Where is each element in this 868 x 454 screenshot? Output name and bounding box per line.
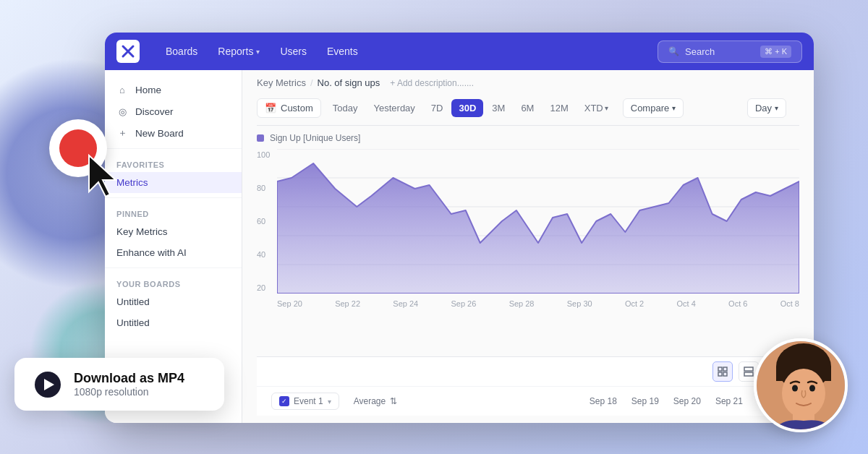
day-chevron-icon: ▾ [775, 104, 778, 112]
calendar-filter[interactable]: 📅 Custom [257, 98, 321, 118]
sidebar-item-home[interactable]: ⌂ Home [105, 79, 242, 100]
sidebar-item-untitled-1[interactable]: Untitled [105, 291, 242, 312]
bottom-data-row: ✓ Event 1 ▾ Average ⇅ Sep 18 Sep 19 Sep … [257, 386, 799, 416]
time-filters: 📅 Custom Today Yesterday 7D 30D 3M 6M 12… [257, 93, 799, 126]
xtd-chevron-icon: ▾ [605, 104, 608, 112]
pinned-section: Pinned [105, 202, 242, 221]
svg-rect-18 [744, 372, 753, 376]
plus-icon: ＋ [116, 127, 128, 139]
chart-legend: Sign Up [Unique Users] [257, 133, 799, 143]
12m-filter[interactable]: 12M [542, 99, 575, 117]
nav-items: Boards Reports ▾ Users Events [157, 41, 640, 61]
cursor-arrow [85, 152, 129, 202]
legend-label: Sign Up [Unique Users] [270, 133, 360, 143]
search-shortcut: ⌘ + K [760, 46, 791, 58]
sidebar-item-key-metrics[interactable]: Key Metrics [105, 221, 242, 242]
search-bar[interactable]: 🔍 Search ⌘ + K [658, 40, 802, 63]
event-checkbox: ✓ [279, 396, 289, 406]
sidebar-item-untitled-2[interactable]: Untitled [105, 312, 242, 333]
search-icon: 🔍 [668, 46, 679, 56]
col-sep20: Sep 20 [673, 396, 701, 406]
legend-color-dot [257, 134, 264, 142]
yesterday-filter[interactable]: Yesterday [367, 99, 422, 117]
y-axis-labels: 100 80 60 40 20 [257, 149, 270, 294]
svg-point-5 [792, 385, 798, 392]
download-title: Download as MP4 [74, 371, 184, 386]
today-filter[interactable]: Today [326, 99, 365, 117]
sidebar-divider [105, 148, 242, 149]
col-sep18: Sep 18 [590, 396, 617, 406]
main-content: Key Metrics / No. of sign ups + Add desc… [242, 70, 814, 423]
day-selector[interactable]: Day ▾ [747, 98, 786, 118]
chart-wrapper: 100 80 60 40 20 [257, 149, 799, 356]
svg-rect-14 [723, 367, 727, 371]
sidebar-item-enhance-ai[interactable]: Enhance with AI [105, 242, 242, 263]
30d-filter[interactable]: 30D [451, 99, 483, 117]
chart-svg [277, 149, 799, 294]
3m-filter[interactable]: 3M [485, 99, 512, 117]
col-sep19: Sep 19 [631, 396, 659, 406]
chart-area: 📅 Custom Today Yesterday 7D 30D 3M 6M 12… [242, 93, 814, 423]
table-view-button[interactable] [712, 361, 733, 382]
svg-rect-13 [718, 367, 722, 371]
svg-marker-0 [89, 155, 116, 197]
6m-filter[interactable]: 6M [514, 99, 541, 117]
compare-chevron-icon: ▾ [672, 104, 676, 112]
sidebar-divider-3 [105, 267, 242, 268]
download-tooltip: Download as MP4 1080p resolution [14, 358, 224, 411]
col-sep21: Sep 21 [715, 396, 743, 406]
your-boards-section: Your Boards [105, 273, 242, 291]
nav-reports[interactable]: Reports ▾ [209, 41, 268, 61]
event-chip[interactable]: ✓ Event 1 ▾ [271, 393, 339, 410]
svg-point-4 [782, 369, 825, 418]
svg-rect-16 [723, 372, 727, 376]
nav-users[interactable]: Users [271, 41, 315, 61]
app-logo [116, 40, 140, 63]
play-triangle [44, 379, 54, 390]
user-avatar [754, 338, 848, 432]
nav-events[interactable]: Events [318, 41, 367, 61]
reports-chevron-icon: ▾ [256, 48, 260, 56]
7d-filter[interactable]: 7D [424, 99, 451, 117]
sidebar-item-new-board[interactable]: ＋ New Board [105, 122, 242, 144]
breadcrumb-current: No. of sign ups [318, 77, 380, 88]
nav-boards[interactable]: Boards [157, 41, 206, 61]
svg-rect-15 [718, 372, 722, 376]
xtd-filter[interactable]: XTD ▾ [577, 99, 616, 117]
x-axis-labels: Sep 20 Sep 22 Sep 24 Sep 26 Sep 28 Sep 3… [277, 296, 799, 308]
sidebar-item-discover[interactable]: ◎ Discover [105, 100, 242, 122]
compare-button[interactable]: Compare ▾ [623, 98, 684, 118]
download-subtitle: 1080p resolution [74, 386, 184, 398]
add-description[interactable]: + Add description....... [390, 78, 474, 88]
svg-rect-17 [744, 367, 753, 371]
event-chevron-icon: ▾ [328, 398, 331, 406]
breadcrumb-separator: / [310, 77, 313, 88]
average-chip[interactable]: Average ⇅ [354, 396, 397, 406]
breadcrumb-parent[interactable]: Key Metrics [257, 77, 306, 88]
bottom-toolbar [257, 356, 799, 386]
breadcrumb: Key Metrics / No. of sign ups + Add desc… [242, 70, 814, 93]
discover-icon: ◎ [116, 106, 128, 117]
download-play-icon[interactable] [35, 372, 61, 398]
home-icon: ⌂ [116, 84, 128, 95]
sort-icon: ⇅ [390, 396, 397, 406]
top-navigation: Boards Reports ▾ Users Events 🔍 Search ⌘… [105, 33, 814, 70]
calendar-icon: 📅 [265, 103, 276, 113]
download-text: Download as MP4 1080p resolution [74, 371, 184, 398]
svg-point-6 [809, 385, 815, 392]
